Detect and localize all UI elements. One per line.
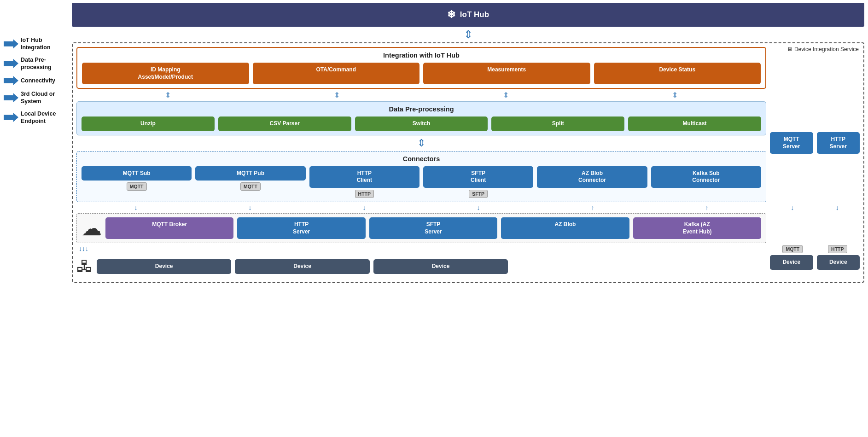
device-right: Device Device — [770, 255, 860, 278]
conn-btn-az-blob[interactable]: AZ Blob Connector — [537, 166, 647, 188]
arr4: ⇕ — [672, 91, 678, 99]
dis-inner: Integration with IoT Hub ID Mapping Asse… — [76, 47, 860, 202]
device-row: 🖧 Device Device Device Device Device — [76, 255, 860, 278]
label-iot-hub-text: IoT Hub Integration — [21, 36, 51, 52]
conn-btn-mqtt-pub[interactable]: MQTT Pub — [195, 166, 305, 181]
da1: ↓ — [79, 245, 82, 253]
device-left: 🖧 Device Device Device — [76, 255, 766, 278]
conn-mqtt-sub: MQTT Sub MQTT — [82, 166, 192, 198]
dis-label-text: Device Integration Service — [794, 46, 859, 52]
main-layout: IoT Hub Integration Data Pre- processing… — [0, 0, 868, 286]
connectors-section: Connectors MQTT Sub MQTT MQTT Pub M — [76, 151, 766, 202]
arr1: ⇕ — [165, 91, 171, 99]
cloud-btn-kafka[interactable]: Kafka (AZ Event Hub) — [633, 217, 761, 239]
da3: ↓ — [85, 245, 88, 253]
label-data-preprocessing: Data Pre- processing — [4, 54, 72, 74]
device-right-pair: Device Device — [770, 255, 860, 270]
cloud-left-box: ☁ MQTT Broker HTTP Server SFTP Server AZ… — [76, 213, 766, 243]
cloud-btn-http-server[interactable]: HTTP Server — [237, 217, 365, 239]
label-device-text: Local Device Endpoint — [21, 110, 56, 125]
iot-integration-items: ID Mapping Asset/Model/Product OTA/Comma… — [82, 63, 761, 84]
badge-mqtt-right: MQTT — [782, 245, 803, 253]
labels-column: IoT Hub Integration Data Pre- processing… — [4, 3, 72, 283]
label-device: Local Device Endpoint — [4, 108, 72, 128]
conn-sftp-client: SFTP Client SFTP — [423, 166, 533, 198]
server-http[interactable]: HTTP Server — [817, 132, 860, 154]
badge-mqtt-pub: MQTT — [240, 182, 261, 191]
label-cloud-text: 3rd Cloud or System — [21, 90, 55, 105]
iot-hub-bar: ❄ IoT Hub — [72, 3, 864, 27]
dp-btn-switch[interactable]: Switch — [355, 117, 488, 131]
badge-http-right: HTTP — [828, 245, 847, 253]
cloud-btn-sftp-server[interactable]: SFTP Server — [369, 217, 497, 239]
conn-btn-kafka-sub[interactable]: Kafka Sub Connector — [651, 166, 761, 188]
cloud-device-arrows: ↓ ↓ ↓ MQTT HTTP — [76, 245, 860, 253]
ca1: ↓ — [134, 204, 138, 211]
conn-az-blob: AZ Blob Connector — [537, 166, 647, 198]
device-btn-3[interactable]: Device — [373, 259, 508, 274]
cloud-icon: ☁ — [82, 218, 102, 239]
label-cloud: 3rd Cloud or System — [4, 88, 72, 108]
iot-btn-measurements[interactable]: Measurements — [423, 63, 590, 84]
device-btn-5[interactable]: Device — [817, 255, 860, 270]
iot-hub-icon: ❄ — [447, 9, 455, 21]
cloud-btn-mqtt-broker[interactable]: MQTT Broker — [105, 217, 233, 239]
device-btn-2[interactable]: Device — [235, 259, 369, 274]
conn-btn-sftp-client[interactable]: SFTP Client — [423, 166, 533, 188]
car1: ↓ — [791, 204, 794, 211]
conn-arrows-right: ↓ ↓ — [770, 204, 860, 211]
car2: ↓ — [836, 204, 839, 211]
badge-mqtt-sub: MQTT — [127, 182, 147, 191]
dp-items: Unzip CSV Parser Switch Split Multicast — [82, 117, 761, 131]
dp-to-connectors-arrow: ⇕ — [76, 137, 766, 149]
dp-btn-multicast[interactable]: Multicast — [628, 117, 761, 131]
cloud-items: MQTT Broker HTTP Server SFTP Server AZ B… — [105, 217, 761, 239]
ca2: ↓ — [249, 204, 252, 211]
device-btn-4[interactable]: Device — [770, 255, 813, 270]
dp-btn-unzip[interactable]: Unzip — [82, 117, 215, 131]
spacer2 — [426, 245, 764, 253]
conn-http-client: HTTP Client HTTP — [309, 166, 419, 198]
server-mqtt[interactable]: MQTT Server — [770, 132, 813, 154]
conn-cloud-arrows: ↓ ↓ ↓ ↓ ↑ ↑ ↓ ↓ — [76, 204, 860, 211]
cloud-row: ☁ MQTT Broker HTTP Server SFTP Server AZ… — [76, 213, 860, 243]
dp-btn-csvparser[interactable]: CSV Parser — [218, 117, 351, 131]
ca6: ↑ — [705, 204, 709, 211]
conn-btn-mqtt-sub[interactable]: MQTT Sub — [82, 166, 192, 181]
data-preprocessing-section: Data Pre-processing Unzip CSV Parser Swi… — [76, 101, 766, 135]
connectors-title: Connectors — [82, 155, 761, 163]
outer-dashed-box: 🖥 Device Integration Service Integration… — [72, 42, 864, 283]
arrow-data-preprocessing — [4, 58, 18, 69]
arrow-connectivity — [4, 76, 18, 86]
da2: ↓ — [82, 245, 85, 253]
badge-sftp-client: SFTP — [469, 190, 488, 198]
iot-btn-ota[interactable]: OTA/Command — [253, 63, 420, 84]
dp-btn-split[interactable]: Split — [491, 117, 624, 131]
arr2: ⇕ — [334, 91, 340, 99]
conn-mqtt-pub: MQTT Pub MQTT — [195, 166, 305, 198]
cloud-btn-az-blob[interactable]: AZ Blob — [501, 217, 629, 239]
label-connectivity: Connectivity — [4, 73, 72, 88]
right-badges: MQTT HTTP — [770, 245, 860, 253]
conn-btn-http-client[interactable]: HTTP Client — [309, 166, 419, 188]
label-connectivity-text: Connectivity — [21, 77, 55, 84]
diagram-content: ❄ IoT Hub ⇕ 🖥 Device Integration Service… — [72, 3, 864, 283]
iot-hub-arrow: ⇕ — [72, 28, 864, 41]
conn-kafka-sub: Kafka Sub Connector — [651, 166, 761, 198]
dp-title: Data Pre-processing — [82, 105, 761, 113]
dis-left: Integration with IoT Hub ID Mapping Asse… — [76, 47, 766, 202]
connectors-items: MQTT Sub MQTT MQTT Pub MQTT HTTP Client — [82, 166, 761, 198]
iot-btn-id-mapping[interactable]: ID Mapping Asset/Model/Product — [82, 63, 249, 84]
cloud-right-space — [770, 213, 860, 243]
arrow-cloud — [4, 93, 18, 103]
device-btn-1[interactable]: Device — [97, 259, 231, 274]
arrow-iot-hub-integration — [4, 39, 18, 49]
ca3: ↓ — [363, 204, 366, 211]
iot-btn-device-status[interactable]: Device Status — [594, 63, 761, 84]
spacer1 — [88, 245, 426, 253]
iot-hub-label: IoT Hub — [460, 10, 489, 19]
iot-integration-section: Integration with IoT Hub ID Mapping Asse… — [76, 47, 766, 89]
arr3: ⇕ — [503, 91, 509, 99]
right-servers: MQTT Server HTTP Server — [770, 47, 860, 202]
cloud-dev-arrows-left: ↓ ↓ ↓ — [76, 245, 766, 253]
